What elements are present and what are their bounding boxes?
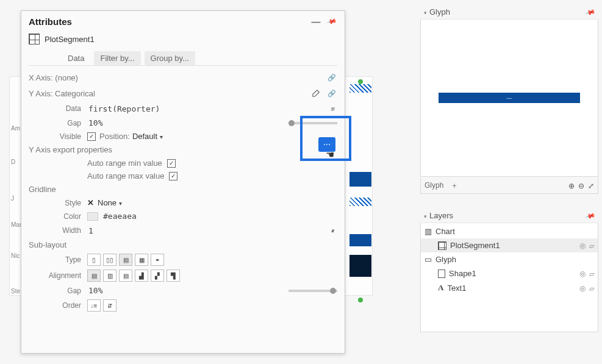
glyph-icon: ▭ xyxy=(425,255,432,264)
canvas-label: Mar xyxy=(11,221,21,228)
canvas-label: J xyxy=(11,195,14,202)
position-value: Default xyxy=(132,132,157,141)
auto-min-checkbox[interactable]: ✓ xyxy=(167,159,176,168)
erase-icon[interactable] xyxy=(589,284,594,293)
canvas-label: Nic xyxy=(11,252,20,259)
plotsegment-icon xyxy=(29,34,40,45)
layers-panel: Layers ▥ Chart PlotSegment1 ▭ Glyph Shap… xyxy=(420,209,598,332)
layer-label: Chart xyxy=(435,227,455,236)
plotsegment-icon xyxy=(438,241,446,250)
layer-label: Glyph xyxy=(435,255,456,264)
type-columns-icon[interactable]: ▯▯ xyxy=(103,254,116,266)
sublayout-gap-label: Gap xyxy=(29,287,87,295)
bind-yaxis-icon[interactable] xyxy=(326,88,337,99)
pin-icon[interactable] xyxy=(586,7,595,16)
canvas-label: Ste xyxy=(11,288,20,294)
tab-group[interactable]: Group by... xyxy=(145,51,195,65)
layer-row-chart[interactable]: ▥ Chart xyxy=(421,224,598,238)
bind-xaxis-icon[interactable] xyxy=(326,72,337,83)
position-label: Position: xyxy=(99,132,130,141)
type-packing-icon[interactable]: ⚭ xyxy=(151,254,164,266)
glyph-footer-label: Glyph xyxy=(425,181,443,190)
layer-label: PlotSegment1 xyxy=(450,241,500,250)
layer-row-text[interactable]: Text1 xyxy=(421,280,598,295)
order-label: Order xyxy=(29,301,87,310)
align-left-icon[interactable]: ▤ xyxy=(87,269,101,282)
width-input[interactable] xyxy=(87,226,326,236)
visibility-icon[interactable] xyxy=(579,269,586,278)
color-label: Color xyxy=(29,212,87,221)
sublayout-gap-input[interactable] xyxy=(87,285,193,296)
align-bottom-icon[interactable]: ▟ xyxy=(135,269,148,282)
color-input[interactable] xyxy=(102,211,337,221)
glyph-panel: Glyph — Glyph ＋ ⊕ ⊖ ⤢ xyxy=(420,5,598,194)
close-icon[interactable]: ✕ xyxy=(87,198,94,207)
zoom-out-icon[interactable]: ⊖ xyxy=(578,182,584,190)
object-name: PlotSegment1 xyxy=(45,35,95,44)
attributes-panel: Attributes — PlotSegment1 Data Filter by… xyxy=(21,10,345,354)
type-grid-icon[interactable]: ▦ xyxy=(135,254,148,266)
auto-max-checkbox[interactable]: ✓ xyxy=(169,172,177,180)
cursor-hand-icon: ☚ xyxy=(326,149,334,160)
align-center-icon[interactable]: ▥ xyxy=(103,269,116,282)
yaxis-gap-input[interactable] xyxy=(87,118,193,128)
style-value: None xyxy=(98,198,116,207)
glyph-preview[interactable]: — xyxy=(420,20,598,177)
sublayout-section: Sub-layout xyxy=(29,240,66,249)
align-right-icon[interactable]: ▤ xyxy=(119,269,132,282)
canvas-label: D xyxy=(11,159,15,165)
visible-checkbox[interactable]: ✓ xyxy=(87,132,96,141)
layer-label: Shape1 xyxy=(449,269,476,278)
yaxis-section: Y Axis: Categorical xyxy=(29,89,95,98)
pin-icon[interactable] xyxy=(326,16,337,27)
type-label: Type xyxy=(29,255,87,264)
glyph-bar: — xyxy=(439,93,580,103)
erase-yaxis-icon[interactable] xyxy=(310,88,321,99)
yaxis-data-label: Data xyxy=(29,104,87,113)
tab-data[interactable]: Data xyxy=(62,51,90,65)
auto-max-label: Auto range max value xyxy=(87,171,164,180)
width-label: Width xyxy=(29,226,87,235)
pin-icon[interactable] xyxy=(586,211,595,220)
layer-row-shape[interactable]: Shape1 xyxy=(421,266,598,280)
xaxis-section: X Axis: (none) xyxy=(29,73,78,82)
yaxis-data-input[interactable] xyxy=(87,104,326,114)
type-stack-icon[interactable]: ▯ xyxy=(87,254,101,266)
panel-title: Attributes xyxy=(29,16,72,27)
layer-label: Text1 xyxy=(447,284,466,293)
align-label: Alignment xyxy=(29,271,87,280)
layers-header: Layers xyxy=(429,211,453,220)
zoom-fit-icon[interactable]: ⤢ xyxy=(588,182,594,190)
gridline-section: Gridline xyxy=(29,185,56,194)
auto-min-label: Auto range min value xyxy=(87,159,162,168)
tab-filter[interactable]: Filter by... xyxy=(94,51,140,65)
visibility-icon[interactable] xyxy=(579,241,586,250)
erase-icon[interactable] xyxy=(589,241,594,250)
glyph-header: Glyph xyxy=(429,7,450,16)
export-section: Y Axis export properties xyxy=(29,145,112,154)
sort-icon[interactable] xyxy=(326,103,337,114)
align-middle-icon[interactable]: ▞ xyxy=(151,269,164,282)
shape-icon xyxy=(438,269,445,278)
order-reverse-icon[interactable]: ⇵ xyxy=(103,299,116,312)
canvas-label: Am xyxy=(11,125,20,132)
position-dropdown[interactable]: Default xyxy=(132,132,163,141)
yaxis-gap-slider[interactable] xyxy=(288,122,337,124)
align-top-icon[interactable]: ▜ xyxy=(167,269,180,282)
width-stepper[interactable] xyxy=(326,225,337,236)
erase-icon[interactable] xyxy=(589,269,594,278)
style-label: Style xyxy=(29,199,87,207)
zoom-in-icon[interactable]: ⊕ xyxy=(568,182,575,190)
visibility-icon[interactable] xyxy=(579,284,586,293)
sublayout-gap-slider[interactable] xyxy=(288,290,337,292)
minimize-icon[interactable]: — xyxy=(310,16,321,27)
text-icon xyxy=(438,283,443,293)
layer-row-glyph[interactable]: ▭ Glyph xyxy=(421,252,598,266)
layer-row-plotsegment[interactable]: PlotSegment1 xyxy=(421,238,598,252)
add-glyph-button[interactable]: ＋ xyxy=(451,181,458,190)
order-sort-icon[interactable]: ↓≡ xyxy=(87,299,101,312)
style-dropdown[interactable]: None xyxy=(98,198,122,207)
color-swatch[interactable] xyxy=(87,212,98,221)
type-rows-icon[interactable]: ▤ xyxy=(119,254,132,266)
chart-icon: ▥ xyxy=(425,227,432,236)
